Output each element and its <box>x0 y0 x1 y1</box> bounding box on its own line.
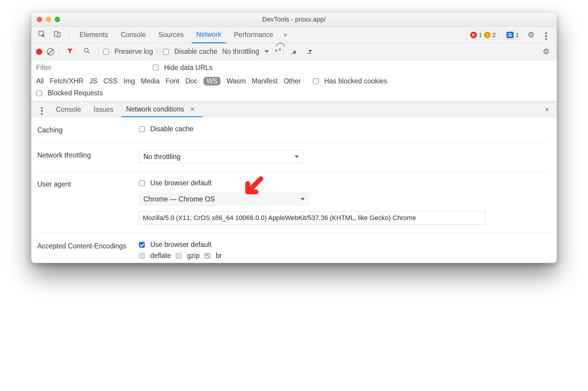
filter-input[interactable] <box>36 62 144 73</box>
type-wasm[interactable]: Wasm <box>226 77 246 85</box>
status-badges: ✕1 !2 1 <box>467 30 522 40</box>
tab-label: Elements <box>79 31 108 39</box>
enc-use-default-label: Use browser default <box>150 241 212 249</box>
type-ws[interactable]: WS <box>203 77 220 85</box>
type-manifest[interactable]: Manifest <box>252 77 278 85</box>
caching-disable-label: Disable cache <box>150 125 193 133</box>
more-tabs-button[interactable]: » <box>281 30 290 40</box>
caching-disable-checkbox[interactable]: Disable cache <box>139 125 193 133</box>
disable-cache-checkbox[interactable]: Disable cache <box>163 48 217 56</box>
error-icon: ✕ <box>470 32 477 38</box>
device-toolbar-icon[interactable] <box>51 29 64 41</box>
ua-use-default-label: Use browser default <box>150 179 212 187</box>
enc-gzip-checkbox: gzip <box>176 252 200 260</box>
annotation-arrow-icon <box>241 175 264 201</box>
tab-label: Network <box>196 30 221 39</box>
main-tabstrip: Elements Console Sources Network Perform… <box>31 27 557 43</box>
enc-deflate-checkbox: deflate <box>139 252 171 260</box>
tab-network[interactable]: Network <box>192 27 226 43</box>
caching-label: Caching <box>37 125 136 134</box>
hide-data-urls-checkbox[interactable]: Hide data URLs <box>153 64 212 72</box>
enc-use-default-checkbox[interactable]: Use browser default <box>139 241 212 249</box>
enc-br-label: br <box>216 252 222 260</box>
drawer-tab-network-conditions[interactable]: Network conditions × <box>121 102 203 117</box>
warning-count: 2 <box>492 31 496 39</box>
network-toolbar: Preserve log Disable cache No throttling… <box>31 43 557 60</box>
type-fetchxhr[interactable]: Fetch/XHR <box>50 77 83 85</box>
type-doc[interactable]: Doc <box>185 77 197 85</box>
warning-icon: ! <box>484 32 491 38</box>
ua-select-value: Chrome — Chrome OS <box>143 195 215 203</box>
preserve-log-checkbox[interactable]: Preserve log <box>103 48 153 56</box>
type-media[interactable]: Media <box>141 77 160 85</box>
tab-console[interactable]: Console <box>116 27 151 43</box>
tab-label: Issues <box>94 106 113 114</box>
tab-performance[interactable]: Performance <box>229 27 278 43</box>
ua-string-input[interactable] <box>139 211 486 225</box>
search-icon[interactable] <box>81 46 93 58</box>
devtools-window: DevTools - proxx.app/ Elements Console S… <box>31 12 557 263</box>
throttling-label: Network throttling <box>37 150 136 159</box>
filter-toggle-icon[interactable] <box>64 46 76 57</box>
filter-bar: Hide data URLs All Fetch/XHR JS CSS Img … <box>31 60 557 102</box>
svg-point-3 <box>84 48 88 52</box>
encodings-label: Accepted Content-Encodings <box>37 241 136 251</box>
chevron-down-icon <box>265 50 269 53</box>
tab-label: Sources <box>158 31 183 39</box>
ua-select[interactable]: Chrome — Chrome OS <box>139 193 309 206</box>
tab-label: Performance <box>234 31 273 39</box>
ua-use-default-checkbox[interactable]: Use browser default <box>139 179 212 187</box>
type-img[interactable]: Img <box>123 77 135 85</box>
preserve-log-label: Preserve log <box>114 48 153 56</box>
drawer-kebab-icon[interactable] <box>36 104 48 115</box>
type-other[interactable]: Other <box>284 77 301 85</box>
clear-button[interactable] <box>47 48 54 55</box>
tab-label: Network conditions <box>126 105 184 113</box>
titlebar: DevTools - proxx.app/ <box>31 12 557 27</box>
enc-gzip-label: gzip <box>187 252 200 260</box>
hide-data-urls-label: Hide data URLs <box>164 64 212 72</box>
message-count: 1 <box>515 31 519 39</box>
drawer-tab-issues[interactable]: Issues <box>89 102 118 117</box>
resource-type-filters: All Fetch/XHR JS CSS Img Media Font Doc … <box>36 73 552 89</box>
has-blocked-cookies-label: Has blocked cookies <box>324 77 387 85</box>
close-tab-icon[interactable]: × <box>187 105 197 114</box>
kebab-menu-icon[interactable] <box>540 30 552 40</box>
type-all[interactable]: All <box>36 77 44 85</box>
drawer-tabstrip: Console Issues Network conditions × × <box>31 102 557 117</box>
record-button[interactable] <box>36 49 42 55</box>
import-har-icon[interactable] <box>288 46 299 57</box>
settings-icon[interactable] <box>525 29 537 41</box>
throttling-select-value: No throttling <box>143 153 180 161</box>
type-js[interactable]: JS <box>89 77 97 85</box>
blocked-requests-label: Blocked Requests <box>48 89 103 97</box>
error-warning-badge[interactable]: ✕1 !2 <box>467 30 499 40</box>
network-conditions-icon[interactable]: ⚙ <box>274 51 278 53</box>
throttling-select[interactable]: No throttling <box>139 150 303 163</box>
has-blocked-cookies-checkbox[interactable]: Has blocked cookies <box>313 77 387 85</box>
type-css[interactable]: CSS <box>103 77 117 85</box>
enc-br-checkbox: br <box>204 252 222 260</box>
row-throttling: Network throttling No throttling <box>37 142 551 171</box>
network-settings-icon[interactable] <box>540 46 552 57</box>
row-caching: Caching Disable cache <box>37 117 551 142</box>
tab-label: Console <box>121 31 146 39</box>
tab-label: Console <box>56 106 81 114</box>
disable-cache-label: Disable cache <box>174 48 217 56</box>
window-title: DevTools - proxx.app/ <box>31 16 557 23</box>
export-har-icon[interactable] <box>304 46 315 57</box>
user-agent-label: User agent <box>37 179 136 188</box>
row-user-agent: User agent Use browser default Chrome — … <box>37 171 551 233</box>
inspect-element-icon[interactable] <box>36 29 48 41</box>
blocked-requests-checkbox[interactable]: Blocked Requests <box>36 89 103 97</box>
tab-sources[interactable]: Sources <box>154 27 188 43</box>
drawer-tab-console[interactable]: Console <box>51 102 86 117</box>
divider <box>69 30 69 40</box>
messages-badge[interactable]: 1 <box>503 30 522 40</box>
svg-rect-2 <box>57 33 60 37</box>
type-font[interactable]: Font <box>166 77 179 85</box>
enc-deflate-label: deflate <box>150 252 171 260</box>
close-drawer-icon[interactable]: × <box>542 105 552 114</box>
tab-elements[interactable]: Elements <box>75 27 113 43</box>
throttling-dropdown[interactable]: No throttling <box>222 48 269 56</box>
